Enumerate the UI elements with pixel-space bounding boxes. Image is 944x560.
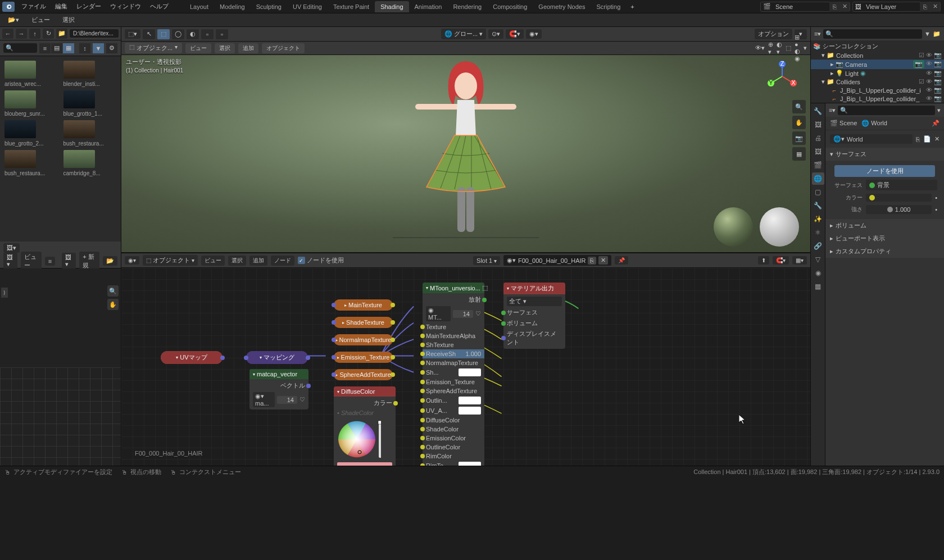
- ptab-constraint[interactable]: 🔗: [812, 240, 824, 252]
- mat-browse-icon[interactable]: ⎘: [588, 257, 596, 265]
- surface-shader-dropdown[interactable]: 背景: [866, 180, 937, 190]
- ne-view-menu[interactable]: ビュー: [201, 256, 225, 266]
- ws-animation[interactable]: Animation: [409, 1, 448, 12]
- outliner-new-icon[interactable]: 📁: [933, 30, 941, 38]
- fb-search-input[interactable]: 🔍: [3, 43, 37, 53]
- outliner-collection[interactable]: ▾📁Collection☑ 👁 📷: [811, 51, 944, 60]
- ne-overlay-icon[interactable]: ▦▾: [792, 256, 807, 265]
- ne-parent-icon[interactable]: ⬆: [758, 256, 769, 265]
- menu-render[interactable]: レンダー: [72, 2, 106, 11]
- scene-del-icon[interactable]: ✕: [839, 2, 850, 12]
- view-thumbs-icon[interactable]: ▦: [63, 43, 74, 53]
- ws-compositing[interactable]: Compositing: [487, 1, 533, 12]
- ptab-viewlayer[interactable]: 🖼: [812, 145, 824, 158]
- shading-options-icon[interactable]: ▾: [804, 44, 807, 52]
- node-spheretexture[interactable]: ▸SphereAddTexture: [334, 369, 393, 380]
- ne-type-icon[interactable]: ◉▾: [125, 256, 139, 265]
- viewlayer-new-icon[interactable]: ⎘: [920, 2, 930, 12]
- ws-add-button[interactable]: +: [626, 1, 638, 12]
- scene-name-input[interactable]: [773, 3, 829, 10]
- ptab-data[interactable]: ▽: [812, 253, 824, 266]
- options-dropdown[interactable]: オプション: [755, 29, 792, 39]
- world-del-icon[interactable]: ✕: [934, 135, 940, 143]
- camera-view-icon[interactable]: 📷: [792, 131, 806, 145]
- nav-newfolder-icon[interactable]: 📁: [56, 29, 67, 39]
- persp-toggle-icon[interactable]: ▦: [792, 147, 806, 161]
- nav-gizmo[interactable]: Z Y X: [765, 60, 799, 93]
- select-box-icon[interactable]: ⬚: [157, 29, 170, 39]
- node-matcap-vector[interactable]: ▾matcap_vector ベクトル ◉▾ ma...14♡: [249, 369, 308, 409]
- outliner-filter-icon[interactable]: ▼: [924, 30, 931, 37]
- path-field[interactable]: D:\Blender\tex...: [70, 29, 119, 38]
- world-datablock[interactable]: 🌐▾ World: [830, 134, 913, 144]
- node-mapping[interactable]: ▾マッピング: [246, 351, 308, 364]
- toolbar-select[interactable]: 選択: [58, 15, 79, 25]
- ne-add-menu[interactable]: 追加: [249, 256, 267, 266]
- viewlayer-name-input[interactable]: [864, 3, 920, 10]
- open-file-icon[interactable]: 📂▾: [3, 15, 24, 25]
- cursor-tool-icon[interactable]: ↖: [143, 29, 155, 39]
- strength-field[interactable]: 1.000: [866, 205, 932, 214]
- node-material-output[interactable]: ▾マテリアル出力 全て ▾ サーフェス ボリューム ディスプレイスメント: [503, 283, 565, 349]
- ptab-material[interactable]: ◉: [812, 267, 824, 279]
- world-new-icon[interactable]: 📄: [923, 135, 931, 143]
- vp-add-menu[interactable]: 追加: [238, 43, 258, 53]
- pin-icon[interactable]: 📌: [932, 120, 940, 127]
- ie-view[interactable]: ビュー: [21, 252, 42, 271]
- orientation-dropdown[interactable]: 🌐 グロー... ▾: [441, 29, 486, 39]
- ne-node-menu[interactable]: ノード: [271, 256, 294, 266]
- node-diffusecolor[interactable]: ▾DiffuseColor カラー • ShadeColor: [334, 386, 396, 466]
- outliner-bone1[interactable]: ⌐J_Bip_L_UpperLeg_collider_i👁 📷: [811, 86, 944, 94]
- nav-fwd-icon[interactable]: →: [16, 29, 27, 39]
- viewlayer-del-icon[interactable]: ✕: [930, 2, 940, 12]
- node-emissiontexture[interactable]: ▸Emission_Texture: [334, 352, 393, 363]
- ptab-output[interactable]: 🖨: [812, 132, 824, 144]
- outliner-light[interactable]: ▸💡Light◉👁 📷: [811, 69, 944, 78]
- tool5-icon[interactable]: ▫: [216, 29, 228, 39]
- vp-object-menu[interactable]: オブジェクト: [262, 43, 305, 53]
- world-browse-icon[interactable]: ⎘: [916, 136, 920, 143]
- ptab-render[interactable]: 🖼: [812, 119, 824, 131]
- ws-rendering[interactable]: Rendering: [447, 1, 487, 12]
- ptab-particle[interactable]: ✨: [812, 213, 824, 225]
- hand-icon[interactable]: ✋: [107, 299, 119, 310]
- vp-select-menu[interactable]: 選択: [215, 43, 235, 53]
- panel-custom-header[interactable]: ▸ カスタムプロパティ: [825, 245, 944, 258]
- zoom-tool-icon[interactable]: 🔍: [792, 100, 806, 113]
- view-cols-icon[interactable]: ▤: [51, 43, 62, 53]
- node-normaltexture[interactable]: ▸NormalmapTexture: [334, 334, 393, 345]
- file-item[interactable]: bush_restaura...: [4, 150, 58, 176]
- viewport-canvas[interactable]: ユーザー・透視投影 (1) Collection | Hair001: [121, 55, 810, 252]
- material-field[interactable]: ◉▾F00_000_Hair_00_HAIR ⎘ ✕: [503, 255, 611, 266]
- ptab-physics[interactable]: ⚛: [812, 226, 824, 239]
- node-shadetexture[interactable]: ▸ShadeTexture: [334, 317, 393, 328]
- panel-viewport-header[interactable]: ▸ ビューポート表示: [825, 232, 944, 245]
- ne-mode-dropdown[interactable]: ⬚ オブジェクト ▾: [143, 255, 198, 266]
- scene-new-icon[interactable]: ⎘: [829, 2, 839, 12]
- fb-mode-dropdown[interactable]: 🖼▾: [3, 243, 20, 253]
- sort-icon[interactable]: ↕: [79, 43, 90, 53]
- file-item[interactable]: blouberg_sunr...: [4, 90, 58, 117]
- shading-material-icon[interactable]: ◐: [795, 48, 800, 55]
- node-mtoon[interactable]: ▾MToon_unversio...⬚ 放射 ◉ MT...14♡ Textur…: [423, 283, 484, 466]
- node-uvmap[interactable]: ▾UVマップ: [161, 351, 223, 364]
- ws-scripting[interactable]: Scripting: [591, 1, 626, 12]
- pan-tool-icon[interactable]: ✋: [792, 116, 806, 129]
- ie-image-dropdown[interactable]: 🖼▾: [62, 253, 76, 269]
- overlay-dropdown-icon[interactable]: ▾: [777, 48, 782, 56]
- ptab-modifier[interactable]: 🔧: [812, 199, 824, 212]
- shading-rendered-icon[interactable]: ◉: [795, 55, 800, 62]
- filter-icon[interactable]: ▼: [93, 43, 104, 53]
- mode-dropdown[interactable]: ⬚ オブジェク... ▾: [125, 43, 182, 53]
- file-item[interactable]: blender_insti...: [63, 61, 117, 87]
- ie-new-button[interactable]: + 新規: [79, 252, 99, 271]
- ie-mode-icon[interactable]: 🖼▾: [3, 253, 17, 269]
- pin-icon[interactable]: 📌: [615, 256, 628, 265]
- scene-selector[interactable]: 🎬 ⎘ ✕: [760, 2, 850, 12]
- panel-volume-header[interactable]: ▸ ボリューム: [825, 219, 944, 232]
- ws-texpaint[interactable]: Texture Paint: [328, 1, 375, 12]
- gizmo-toggle-icon[interactable]: ⊕: [768, 41, 773, 48]
- proportional-icon[interactable]: ◉▾: [526, 29, 542, 39]
- ws-layout[interactable]: Layout: [184, 1, 214, 12]
- snap-icon[interactable]: 🧲▾: [506, 29, 524, 39]
